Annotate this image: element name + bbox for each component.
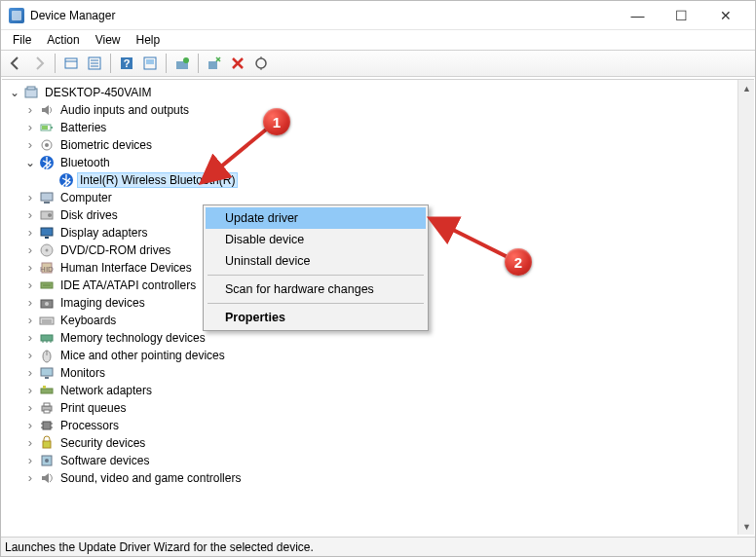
menu-file[interactable]: File	[7, 33, 37, 47]
tree-toggle-icon[interactable]	[23, 456, 37, 465]
tree-toggle-icon[interactable]	[23, 368, 37, 378]
monitor-icon	[39, 365, 55, 381]
tree-node[interactable]: Batteries	[2, 119, 737, 136]
tree-node[interactable]: Mice and other pointing devices	[2, 347, 737, 364]
tree-node-label: Security devices	[58, 436, 147, 450]
toolbar-separator	[166, 54, 167, 73]
tree-node-label: Disk drives	[58, 208, 120, 222]
context-menu-separator	[208, 303, 424, 304]
svg-text:HID: HID	[40, 265, 54, 274]
tree-toggle-icon[interactable]	[23, 386, 37, 395]
tree-toggle-icon[interactable]	[23, 158, 37, 167]
tree-toggle-icon[interactable]	[23, 123, 37, 132]
toolbar-separator	[110, 54, 111, 73]
tree-toggle-icon[interactable]	[23, 280, 37, 290]
tree-toggle-icon[interactable]	[23, 421, 37, 430]
menu-action[interactable]: Action	[41, 33, 85, 47]
scan-hardware-icon	[253, 56, 269, 71]
tree-toggle-icon[interactable]	[23, 351, 37, 360]
scroll-down-button[interactable]: ▼	[738, 518, 754, 535]
disk-icon	[39, 207, 55, 223]
tree-node[interactable]: Security devices	[2, 434, 737, 452]
tree-node-label: Display adapters	[58, 226, 149, 240]
tree-toggle-icon[interactable]	[23, 228, 37, 238]
tree-node[interactable]: DESKTOP-450VAIM	[2, 84, 737, 101]
tree-node-label: Intel(R) Wireless Bluetooth(R)	[78, 173, 237, 187]
tree-toggle-icon[interactable]	[23, 298, 37, 308]
toolbar-separator	[198, 54, 199, 73]
device-prop-button[interactable]	[139, 53, 161, 74]
context-menu-item[interactable]: Properties	[206, 307, 426, 328]
tree-node[interactable]: Monitors	[2, 364, 737, 382]
tree-node[interactable]: Intel(R) Wireless Bluetooth(R)	[2, 171, 737, 189]
vertical-scrollbar[interactable]: ▲ ▼	[737, 80, 754, 535]
help-icon: ?	[119, 56, 134, 71]
keyboard-icon	[39, 313, 55, 328]
update-driver-button[interactable]	[171, 53, 193, 74]
tree-node-label: Imaging devices	[58, 296, 147, 310]
tree-toggle-icon[interactable]	[23, 105, 37, 115]
scan-hardware-button[interactable]	[250, 53, 272, 74]
svg-rect-53	[43, 422, 51, 429]
context-menu-item[interactable]: Update driver	[206, 207, 426, 229]
show-hidden-button[interactable]	[60, 53, 82, 74]
titlebar: Device Manager — ☐ ✕	[1, 1, 755, 30]
tree-node[interactable]: Software devices	[2, 452, 737, 469]
nav-forward-icon	[31, 56, 47, 71]
tree-node[interactable]: Biometric devices	[2, 136, 737, 154]
network-icon	[39, 383, 55, 398]
device-prop-icon	[142, 56, 158, 71]
battery-icon	[39, 120, 55, 135]
tree-toggle-icon[interactable]	[8, 88, 21, 97]
properties-icon	[87, 56, 102, 71]
tree-node[interactable]: Memory technology devices	[2, 329, 737, 347]
software-icon	[39, 453, 55, 468]
tree-node[interactable]: Audio inputs and outputs	[2, 101, 737, 119]
nav-forward-button[interactable]	[28, 53, 50, 74]
hid-icon: HID	[39, 260, 55, 276]
svg-rect-12	[208, 61, 217, 69]
uninstall-button[interactable]	[204, 53, 225, 74]
tree-node[interactable]: Network adapters	[2, 382, 737, 399]
tree-node[interactable]: Bluetooth	[2, 154, 737, 171]
nav-back-button[interactable]	[5, 53, 26, 74]
tree-toggle-icon[interactable]	[23, 193, 37, 203]
scroll-up-button[interactable]: ▲	[738, 80, 754, 96]
nav-back-icon	[8, 56, 23, 71]
menubar: File Action View Help	[1, 30, 755, 50]
tree-toggle-icon[interactable]	[23, 263, 37, 273]
context-menu-item[interactable]: Uninstall device	[206, 250, 426, 272]
context-menu-item[interactable]: Disable device	[206, 229, 426, 250]
audio-icon	[39, 102, 55, 118]
minimize-button[interactable]: —	[616, 1, 660, 29]
menu-help[interactable]: Help	[131, 33, 167, 47]
tree-toggle-icon[interactable]	[23, 473, 37, 483]
toolbar-separator	[55, 54, 56, 73]
tree-node-label: Network adapters	[58, 384, 154, 397]
tree-toggle-icon[interactable]	[23, 245, 37, 255]
tree-node[interactable]: Sound, video and game controllers	[2, 469, 737, 487]
svg-point-20	[45, 143, 49, 147]
help-button[interactable]: ?	[116, 53, 137, 74]
remove-button[interactable]	[227, 53, 248, 74]
close-button[interactable]: ✕	[703, 1, 747, 29]
menu-view[interactable]: View	[90, 33, 127, 47]
maximize-button[interactable]: ☐	[660, 1, 703, 29]
tree-node-label: Monitors	[58, 366, 107, 380]
context-menu: Update driverDisable deviceUninstall dev…	[203, 204, 429, 331]
sound-icon	[39, 470, 55, 486]
tree-toggle-icon[interactable]	[23, 403, 37, 413]
context-menu-item[interactable]: Scan for hardware changes	[206, 278, 426, 300]
properties-button[interactable]	[84, 53, 105, 74]
svg-rect-17	[51, 127, 53, 129]
tree-toggle-icon[interactable]	[23, 438, 37, 448]
tree-view[interactable]: DESKTOP-450VAIMAudio inputs and outputsB…	[2, 79, 754, 535]
dvd-icon	[39, 242, 55, 258]
tree-node[interactable]: Processors	[2, 417, 737, 434]
imaging-icon	[39, 295, 55, 311]
tree-toggle-icon[interactable]	[23, 210, 37, 220]
tree-node[interactable]: Print queues	[2, 399, 737, 417]
tree-toggle-icon[interactable]	[23, 333, 37, 343]
tree-toggle-icon[interactable]	[23, 316, 37, 325]
tree-toggle-icon[interactable]	[23, 140, 37, 150]
